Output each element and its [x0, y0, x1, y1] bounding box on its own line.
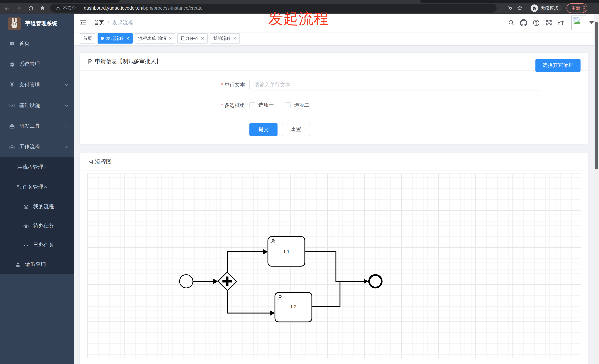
breadcrumb-current: 发起流程	[112, 19, 133, 26]
field-label-text: *单行文本	[218, 79, 249, 90]
browser-active-tab[interactable]	[119, 0, 421, 3]
screen: 不安全 dashboard.yudao.iocoder.cn/bpm/proce…	[0, 0, 599, 364]
tree-list-icon	[16, 164, 23, 170]
process-diagram-card: 流程图	[79, 153, 588, 364]
single-line-text-input[interactable]	[249, 79, 541, 90]
user-icon	[15, 261, 21, 267]
home-icon[interactable]	[38, 3, 47, 13]
workflow-submenu: 流程管理 任务管理	[0, 157, 74, 274]
close-icon[interactable]: ✕	[201, 36, 204, 41]
bpmn-end-event[interactable]	[369, 275, 382, 288]
document-icon	[87, 59, 93, 64]
sidebar-item-done-tasks[interactable]: 已办任务	[0, 236, 74, 255]
checkbox-icon[interactable]	[285, 102, 291, 108]
diagram-header: 流程图	[80, 153, 588, 171]
chevron-down-icon	[64, 103, 69, 108]
required-asterisk: *	[221, 102, 223, 108]
close-icon[interactable]: ✕	[168, 36, 172, 41]
url-separator	[80, 6, 80, 11]
help-icon[interactable]	[530, 17, 542, 29]
tab-form-edit[interactable]: 流程表单-编辑✕	[135, 33, 175, 43]
checkbox-icon[interactable]	[249, 102, 255, 108]
app-header: 首页 / 发起流程 TT	[74, 14, 599, 32]
close-icon[interactable]: ✕	[126, 36, 129, 41]
sidebar-item-todo-tasks[interactable]: 待办任务	[0, 216, 74, 236]
sidebar-item-payment[interactable]: ¥ 支付管理	[0, 75, 74, 95]
tab-my-process[interactable]: 我的流程✕	[210, 33, 240, 43]
avatar-caret-icon[interactable]	[589, 21, 594, 24]
collapse-sidebar-icon[interactable]	[79, 19, 87, 27]
apply-info-header: 申请信息【测试多审批人】 选择其它流程	[80, 53, 588, 70]
bookmark-star-icon[interactable]	[515, 3, 525, 13]
choose-other-process-button[interactable]: 选择其它流程	[536, 59, 581, 72]
fullscreen-icon[interactable]	[542, 17, 555, 29]
diagram-body: 1.1	[80, 171, 588, 358]
app-logo-row[interactable]: 芋道管理系统	[0, 14, 74, 33]
app-logo	[8, 17, 21, 30]
svg-text:T: T	[560, 19, 564, 26]
chevron-up-icon	[43, 185, 48, 189]
robot-icon	[23, 203, 29, 210]
sidebar-item-my-process[interactable]: 我的流程	[0, 197, 74, 216]
tab-home[interactable]: 首页	[80, 33, 95, 43]
picture-icon	[87, 159, 93, 165]
back-icon[interactable]	[2, 3, 12, 13]
breadcrumb: 首页 / 发起流程	[94, 19, 133, 26]
url-path: /bpm/process-instance/create	[142, 6, 203, 11]
key-icon[interactable]	[505, 3, 514, 13]
dashboard-icon	[9, 40, 15, 47]
task-1-1-label: 1.1	[283, 249, 289, 254]
tab-done-tasks[interactable]: 已办任务✕	[177, 33, 208, 43]
toolbox-icon	[9, 144, 15, 150]
flow-branch-icon	[16, 184, 23, 190]
github-icon[interactable]	[517, 17, 530, 29]
avatar[interactable]	[571, 15, 586, 30]
apply-info-card: 申请信息【测试多审批人】 选择其它流程 *单行文本 *多选框组	[79, 52, 588, 144]
update-button[interactable]: 更新	[566, 3, 587, 13]
svg-text:T: T	[558, 21, 560, 26]
sidebar-item-leave-query[interactable]: 请假查询	[0, 255, 74, 274]
monitor-icon	[9, 102, 15, 109]
page-scrollbar[interactable]	[594, 14, 599, 364]
sidebar-item-process-management[interactable]: 流程管理	[0, 157, 74, 177]
search-icon[interactable]	[505, 17, 517, 29]
sidebar-item-system[interactable]: 系统管理	[0, 54, 74, 75]
bpmn-user-task-1-1[interactable]: 1.1	[268, 237, 305, 266]
font-size-icon[interactable]: TT	[555, 17, 568, 29]
incognito-badge: 无痕模式	[530, 4, 562, 13]
incognito-icon	[531, 4, 538, 12]
chevron-up-icon	[64, 145, 69, 149]
bpmn-diagram: 1.1	[87, 174, 581, 358]
toolbox-icon	[9, 123, 15, 129]
yen-icon: ¥	[9, 82, 15, 88]
browser-menu-icon[interactable]	[583, 5, 585, 11]
incognito-label: 无痕模式	[541, 5, 558, 11]
tags-view: 首页 发起流程✕ 流程表单-编辑✕ 已办任务✕ 我的流程✕	[74, 32, 599, 45]
chevron-down-icon	[64, 62, 69, 67]
checkbox-group: 选项一 选项二	[249, 99, 320, 111]
sidebar-item-home[interactable]: 首页	[0, 33, 74, 54]
tab-create-process[interactable]: 发起流程✕	[97, 33, 133, 43]
close-icon[interactable]: ✕	[233, 36, 236, 41]
bpmn-start-event[interactable]	[180, 275, 193, 288]
bpmn-canvas[interactable]: 1.1	[87, 174, 581, 358]
browser-tabstrip	[0, 0, 599, 3]
active-dot	[101, 37, 104, 40]
checkbox-option-2[interactable]: 选项二	[285, 102, 309, 109]
checkbox-option-1[interactable]: 选项一	[249, 102, 274, 109]
submit-button[interactable]: 提交	[249, 123, 278, 136]
annotation-title: 发起流程	[268, 11, 329, 26]
sidebar-item-devtools[interactable]: 研发工具	[0, 116, 74, 137]
forward-icon[interactable]	[14, 3, 24, 13]
reset-button[interactable]: 重置	[282, 123, 310, 136]
chevron-down-icon	[43, 165, 48, 169]
apply-info-title: 申请信息【测试多审批人】	[95, 58, 161, 65]
sidebar-item-infrastructure[interactable]: 基础设施	[0, 95, 74, 116]
bpmn-user-task-1-2[interactable]: 1.2	[275, 292, 312, 322]
warning-icon	[55, 6, 61, 11]
sidebar-item-task-management[interactable]: 任务管理	[0, 177, 74, 197]
sidebar-item-workflow[interactable]: 工作流程	[0, 137, 74, 157]
reload-icon[interactable]	[26, 3, 35, 13]
breadcrumb-home[interactable]: 首页	[94, 19, 104, 26]
scrollbar-thumb[interactable]	[595, 22, 598, 169]
